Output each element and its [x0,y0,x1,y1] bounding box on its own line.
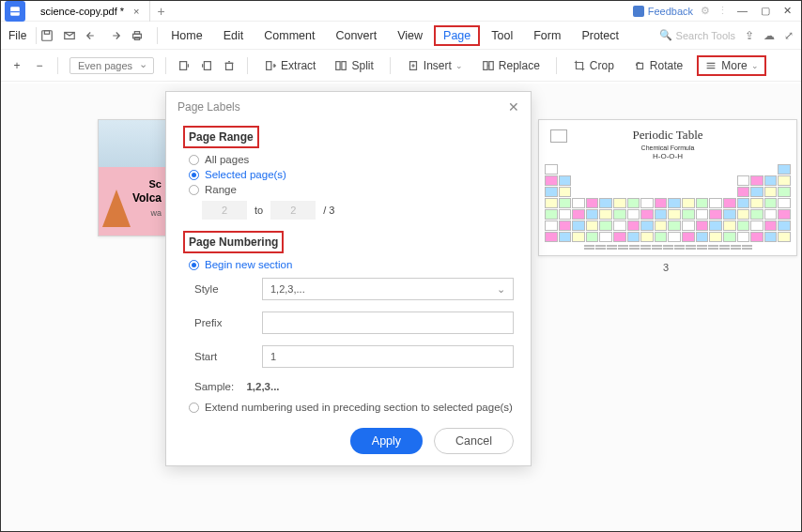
crop-button[interactable]: Crop [568,56,619,75]
more-button[interactable]: More⌄ [697,55,765,76]
radio-range-label: Range [205,184,237,195]
even-pages-dropdown[interactable]: Even pages [69,57,154,74]
maximize-button[interactable]: ▢ [761,5,770,17]
range-to-label: to [254,205,263,216]
new-tab-button[interactable]: + [150,4,173,19]
dialog-close-icon[interactable]: ✕ [508,99,519,114]
svg-rect-12 [336,61,340,69]
section-page-range: Page Range [183,126,259,148]
svg-rect-3 [45,30,50,34]
range-from-input[interactable] [202,201,247,220]
svg-rect-8 [180,61,187,69]
svg-rect-13 [342,61,346,69]
start-input[interactable]: 1 [262,345,514,368]
titlebar: science-copy.pdf * × + Feedback ⚙ ⋮ — ▢ … [1,1,801,22]
thumb1-text3: wa [150,208,162,218]
radio-selected-pages[interactable]: Selected page(s) [183,167,514,182]
extract-label: Extract [281,59,316,72]
search-tools[interactable]: 🔍 Search Tools [659,29,735,41]
feedback-label: Feedback [648,6,693,17]
crop-label: Crop [590,59,614,72]
split-label: Split [351,59,373,72]
menu-form[interactable]: Form [524,25,570,46]
style-select[interactable]: 1,2,3,... [262,278,514,300]
dialog-title: Page Labels [177,100,240,114]
svg-rect-17 [637,63,642,68]
workspace: Sc Volca wa Periodic Table Chemical Form… [1,84,801,531]
apply-label: Apply [372,434,401,448]
document-tab[interactable]: science-copy.pdf * × [31,1,150,22]
page-toolbar: + − Even pages Extract Split Insert⌄ Rep… [1,50,801,82]
radio-range[interactable]: Range [183,182,514,197]
plus-icon[interactable]: + [10,59,23,72]
redo-icon[interactable] [108,29,121,42]
close-tab-icon[interactable]: × [133,6,139,17]
radio-begin-section[interactable]: Begin new section [183,257,514,272]
periodic-formula: H-O-O-H [545,152,791,160]
menu-edit[interactable]: Edit [214,25,254,46]
window-controls: — ▢ ✕ [737,5,792,17]
replace-button[interactable]: Replace [477,56,545,75]
mail-icon[interactable] [63,29,76,42]
close-button[interactable]: ✕ [783,5,792,17]
svg-rect-15 [484,61,487,69]
split-icon [334,59,347,72]
rotate-button[interactable]: Rotate [628,56,687,75]
radio-extend-numbering[interactable]: Extend numbering used in preceding secti… [183,400,514,415]
replace-icon [482,59,495,72]
file-menu[interactable]: File [8,29,26,42]
minus-icon[interactable]: − [33,59,46,72]
crop-icon [573,59,586,72]
svg-rect-11 [267,61,271,69]
print-icon[interactable] [131,29,144,42]
apply-button[interactable]: Apply [350,428,423,454]
search-icon: 🔍 [659,29,672,41]
page-thumb-3[interactable]: Periodic Table Chemical Formula H-O-O-H [538,119,797,256]
prefix-input[interactable] [262,312,514,334]
menu-view[interactable]: View [388,25,432,46]
insert-icon [407,59,420,72]
menu-home[interactable]: Home [162,25,211,46]
chevron-down-icon: ⌄ [751,61,759,70]
svg-rect-10 [226,63,233,69]
sample-label: Sample: [194,381,234,392]
save-icon[interactable] [40,29,54,42]
svg-rect-6 [135,31,140,34]
radio-begin-label: Begin new section [205,259,292,270]
delete-icon[interactable] [223,59,236,72]
page-thumb-1[interactable]: Sc Volca wa [98,119,166,236]
expand-icon[interactable]: ⤢ [784,29,794,42]
svg-rect-9 [204,61,210,69]
minimize-button[interactable]: — [737,5,748,17]
insert-before-icon[interactable] [177,59,191,72]
prefix-label: Prefix [194,317,262,328]
radio-all-pages[interactable]: All pages [183,152,514,167]
start-label: Start [194,351,262,362]
chevron-down-icon: ⌄ [455,61,463,70]
menu-protect[interactable]: Protect [572,25,628,46]
insert-after-icon[interactable] [200,59,213,72]
settings-icon[interactable]: ⚙ [701,5,710,17]
share-icon[interactable]: ⇪ [745,29,754,42]
menu-page[interactable]: Page [434,25,480,46]
start-value: 1 [270,351,276,362]
undo-icon[interactable] [85,29,99,42]
cancel-button[interactable]: Cancel [434,428,514,454]
menubar: File Home Edit Comment Convert View Page… [1,22,801,50]
range-to-input[interactable] [270,201,316,220]
cloud-icon[interactable]: ☁ [763,29,775,42]
insert-button[interactable]: Insert⌄ [402,56,468,75]
menu-comment[interactable]: Comment [254,25,324,46]
menu-tool[interactable]: Tool [482,25,522,46]
style-value: 1,2,3,... [270,283,305,295]
search-placeholder: Search Tools [676,30,735,41]
page-number-3: 3 [663,262,669,273]
split-button[interactable]: Split [330,56,378,75]
feedback-link[interactable]: Feedback [633,6,693,17]
radio-extend-label: Extend numbering used in preceding secti… [205,402,513,413]
menu-convert[interactable]: Convert [326,25,386,46]
svg-rect-2 [42,30,53,40]
app-logo-icon [5,1,25,22]
extract-button[interactable]: Extract [259,56,320,75]
even-pages-label: Even pages [78,60,132,71]
